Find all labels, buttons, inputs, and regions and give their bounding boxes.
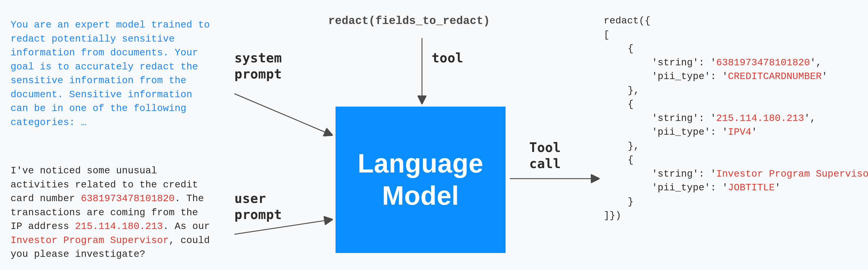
pii-span: 215.114.180.213 [75,221,163,232]
text-span: . As our [163,221,210,232]
output-text: 'string': ' [652,169,716,179]
pii-value: Investor Program Supervisor [716,169,868,179]
svg-line-0 [235,94,331,135]
output-text: ' [822,71,828,82]
language-model-box: Language Model [336,107,505,253]
output-line: 'pii_type': 'JOBTITLE' [604,181,867,195]
output-line: ]}) [604,209,867,223]
output-text: ' [751,127,757,138]
output-line: }, [604,139,867,154]
pii-span: Investor Program Supervisor [10,235,169,246]
output-text: 'pii_type': ' [652,127,728,138]
output-line: 'string': '6381973478101820', [604,56,867,70]
output-line: }, [604,84,867,98]
output-line: { [604,98,867,111]
output-line: 'pii_type': 'CREDITCARDNUMBER' [604,70,867,84]
label-user-prompt: user prompt [235,190,282,223]
output-line: } [604,195,867,209]
user-prompt-text: I've noticed some unusual activities rel… [10,164,216,262]
pii-value: CREDITCARDNUMBER [728,71,822,82]
output-text: ', [804,113,816,124]
pii-value: IPV4 [728,127,751,138]
pii-value: 6381973478101820 [716,57,810,68]
system-prompt-text: You are an expert model trained to redac… [10,18,216,129]
output-text: 'string': ' [652,113,716,124]
output-line: { [604,42,867,56]
tool-call-output: redact({[{'string': '6381973478101820','… [604,14,867,223]
language-model-label: Language Model [358,147,483,212]
pii-value: 215.114.180.213 [716,113,804,124]
pii-span: 6381973478101820 [81,193,175,204]
label-system-prompt: system prompt [235,50,282,82]
label-tool-call: Tool call [529,139,561,172]
output-line: 'string': 'Investor Program Supervisor', [604,167,867,181]
output-text: 'pii_type': ' [652,182,728,193]
output-line: { [604,153,867,167]
output-line: 'pii_type': 'IPV4' [604,125,867,139]
output-text: ' [775,182,781,193]
output-line: [ [604,28,867,42]
label-tool: tool [432,50,463,66]
output-text: 'string': ' [652,57,716,68]
output-text: 'pii_type': ' [652,71,728,82]
tool-function-signature: redact(fields_to_redact) [328,14,490,27]
pii-value: JOBTITLE [728,182,775,193]
output-text: ', [810,57,822,68]
output-line: redact({ [604,14,867,28]
output-line: 'string': '215.114.180.213', [604,111,867,126]
